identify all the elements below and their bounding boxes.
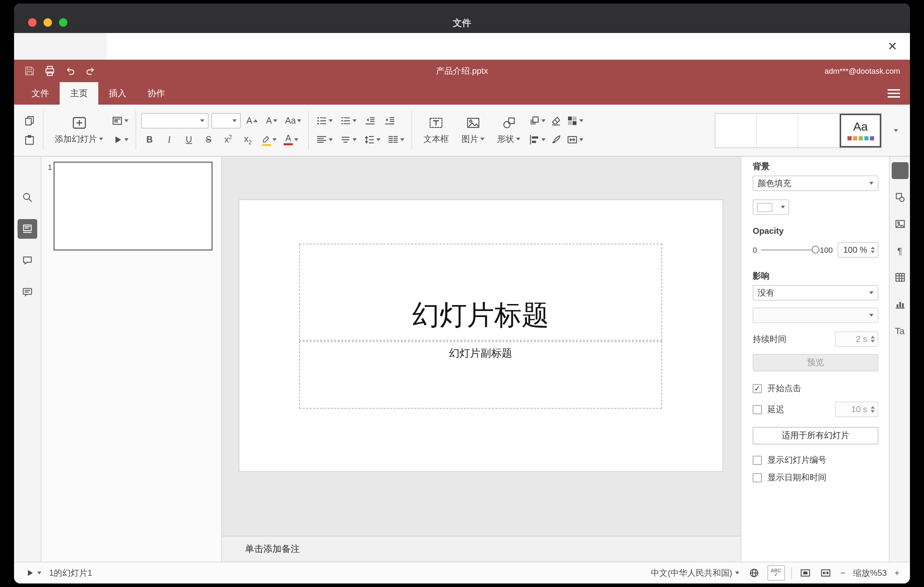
slide-size-button[interactable] [565,132,586,147]
language-selector[interactable]: 中文(中华人民共和国) [650,564,741,581]
start-on-click-checkbox[interactable]: ✓ [753,384,762,393]
highlight-color-button[interactable] [259,132,279,147]
chevron-down-icon [579,139,584,141]
show-date-time-row[interactable]: 显示日期和时间 [753,472,878,484]
clear-style-button[interactable] [548,113,565,129]
subscript-button[interactable]: x2 [239,132,256,147]
font-name-combo[interactable] [141,113,208,129]
search-button[interactable] [18,188,37,207]
slide-layout-button[interactable] [109,113,130,129]
insert-textbox-button[interactable]: 文本框 [417,107,455,153]
save-button[interactable] [23,64,36,78]
chat-button[interactable] [18,282,37,302]
slide[interactable]: 幻灯片标题 幻灯片副标题 [239,200,723,471]
menu-hamburger-icon[interactable] [886,87,901,100]
insert-columns-button[interactable] [386,132,407,147]
insert-image-button[interactable]: 图片 [455,107,491,153]
color-scheme-button[interactable] [565,113,586,129]
textart-settings-button[interactable]: Ta [891,322,908,339]
tab-insert[interactable]: 插入 [98,82,137,105]
change-case-button[interactable]: Aa [283,113,304,129]
fit-to-slide-button[interactable] [798,564,812,581]
undo-button[interactable] [63,64,77,78]
italic-button[interactable]: I [161,132,178,147]
document-language-button[interactable] [747,564,761,581]
shape-settings-button[interactable] [891,189,908,206]
spinner-arrows-icon[interactable] [871,246,875,254]
font-size-combo[interactable] [211,113,241,129]
paragraph-settings-button[interactable]: ¶ [891,242,908,259]
horizontal-align-button[interactable] [314,132,335,147]
copy-button[interactable] [21,113,38,129]
bold-button[interactable]: B [141,132,158,147]
duration-input[interactable]: 2 s [835,331,878,347]
tab-home[interactable]: 主页 [60,82,98,105]
right-rail: ¶ Ta [889,157,910,562]
underline-button[interactable]: U [180,132,197,147]
opacity-input[interactable]: 100 % [838,242,878,258]
decrease-indent-button[interactable] [362,113,379,129]
paste-button[interactable] [21,132,38,147]
close-editor-button[interactable]: × [882,36,903,57]
theme-option-selected[interactable]: Aa [840,114,881,147]
arrange-shape-button[interactable] [527,113,548,129]
copy-style-button[interactable] [548,132,565,147]
opacity-slider-knob[interactable] [811,246,819,254]
effect-select[interactable]: 没有 [753,285,878,300]
title-placeholder[interactable]: 幻灯片标题 [299,244,662,341]
zoom-out-button[interactable]: − [839,564,847,581]
bullets-button[interactable] [314,113,335,129]
increase-indent-button[interactable] [381,113,398,129]
table-settings-button[interactable] [891,269,908,286]
line-spacing-button[interactable] [362,132,383,147]
delay-checkbox[interactable] [753,405,762,414]
increase-font-button[interactable]: A [244,113,261,129]
image-icon [466,115,480,130]
slide-canvas[interactable]: 幻灯片标题 幻灯片副标题 [222,157,741,536]
image-settings-button[interactable] [891,216,908,232]
spinner-arrows-icon[interactable] [871,406,875,413]
fit-to-width-button[interactable] [819,564,833,581]
show-slide-number-row[interactable]: 显示幻灯片编号 [753,454,878,466]
show-slide-number-checkbox[interactable] [753,456,762,465]
font-color-button[interactable]: A [282,132,300,147]
start-slideshow-button[interactable] [109,132,130,147]
subtitle-placeholder[interactable]: 幻灯片副标题 [299,341,662,409]
chevron-down-icon [353,119,357,122]
tab-collaboration[interactable]: 协作 [137,82,175,105]
print-button[interactable] [43,64,57,78]
numbering-button[interactable] [338,113,359,129]
theme-option[interactable] [716,114,757,147]
slides-panel-button[interactable] [18,219,37,239]
show-date-time-checkbox[interactable] [753,473,762,482]
background-fill-select[interactable]: 颜色填充 [753,176,878,191]
opacity-slider[interactable] [761,249,815,251]
vertical-align-button[interactable] [338,132,359,147]
superscript-button[interactable]: x2 [220,132,237,147]
theme-gallery-expand-button[interactable] [889,113,903,148]
apply-to-all-slides-button[interactable]: 适用于所有幻灯片 [753,427,878,444]
strikethrough-button[interactable]: S [200,132,217,147]
spinner-arrows-icon[interactable] [871,336,875,343]
fill-color-select[interactable] [753,200,789,215]
zoom-in-button[interactable]: + [893,564,901,581]
align-shape-button[interactable] [527,132,548,147]
redo-button[interactable] [84,64,97,78]
add-slide-button[interactable]: 添加幻灯片 [48,107,109,153]
start-slideshow-status-button[interactable] [23,564,43,581]
spellcheck-toggle[interactable]: ABC ✓ [767,565,785,581]
decrease-font-button[interactable]: A [263,113,280,129]
theme-option[interactable] [798,114,840,147]
comments-button[interactable] [18,251,37,270]
slide-settings-button[interactable] [891,162,908,179]
slide-thumbnail[interactable] [53,162,213,251]
tab-file[interactable]: 文件 [21,82,60,105]
theme-option[interactable] [757,114,798,147]
preview-button[interactable]: 预览 [753,354,878,371]
insert-shape-button[interactable]: 形状 [491,107,527,153]
effect-type-select[interactable] [753,308,878,323]
chart-settings-button[interactable] [891,295,908,312]
start-on-click-row[interactable]: ✓ 开始点击 [753,383,878,395]
notes-area[interactable]: 单击添加备注 [222,536,741,562]
delay-input[interactable]: 10 s [835,402,878,417]
